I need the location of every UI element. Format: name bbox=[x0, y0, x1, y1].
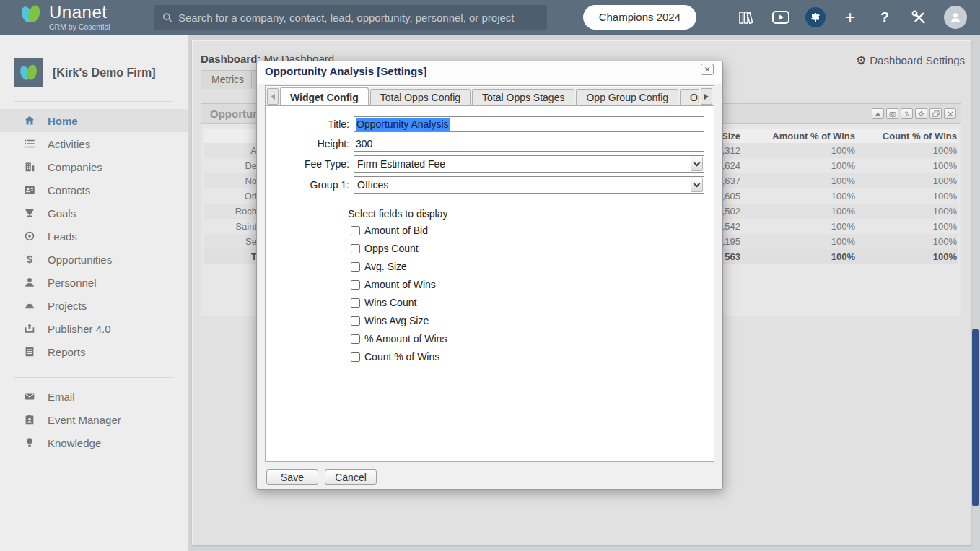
checkbox[interactable] bbox=[351, 298, 360, 308]
widget-config-form: Title: Opportunity Analysis Height: Fee … bbox=[266, 107, 713, 461]
height-input[interactable] bbox=[354, 136, 704, 152]
field-checkbox-row[interactable]: Count % of Wins bbox=[351, 351, 713, 363]
sidebar-item-opportunities[interactable]: $ Opportunities bbox=[0, 248, 188, 271]
checkbox[interactable] bbox=[351, 226, 360, 235]
widget-settings-icon[interactable] bbox=[915, 108, 927, 119]
sidebar-item-label: Goals bbox=[48, 207, 76, 220]
row-label: Roch bbox=[204, 206, 259, 217]
row-label: T bbox=[204, 251, 259, 262]
sidebar-item-label: Activities bbox=[48, 138, 90, 150]
person-icon bbox=[23, 276, 36, 289]
field-checkbox-row[interactable]: % Amount of Wins bbox=[351, 333, 713, 344]
sidebar-item-knowledge[interactable]: Knowledge bbox=[0, 431, 188, 454]
activity-list-icon bbox=[23, 137, 36, 150]
sidebar-item-projects[interactable]: Projects bbox=[0, 294, 188, 317]
vertical-scrollbar-thumb[interactable] bbox=[972, 329, 979, 506]
opportunity-analysis-settings-dialog: Opportunity Analysis [Settings] ✕ Widget… bbox=[256, 61, 723, 490]
publish-box-icon bbox=[23, 322, 36, 335]
avatar[interactable] bbox=[944, 6, 967, 29]
collapse-icon[interactable] bbox=[872, 108, 884, 119]
checkbox-label: Avg. Size bbox=[364, 261, 407, 272]
dialog-tab-0[interactable]: Widget Config bbox=[280, 87, 369, 105]
fields-section-label: Select fields to display bbox=[348, 208, 713, 220]
tab-scroll-left-icon[interactable] bbox=[267, 88, 279, 105]
checkbox[interactable] bbox=[351, 262, 360, 272]
unanet-leaf-icon bbox=[19, 4, 43, 25]
tools-icon[interactable] bbox=[909, 7, 929, 27]
dialog-buttons: Save Cancel bbox=[266, 469, 377, 485]
refresh-icon[interactable] bbox=[901, 108, 913, 119]
sidebar-item-companies[interactable]: Companies bbox=[0, 155, 188, 178]
field-checkbox-row[interactable]: Opps Count bbox=[351, 243, 713, 254]
report-icon bbox=[23, 345, 36, 358]
sidebar-item-email[interactable]: Email bbox=[0, 385, 188, 408]
field-checkbox-row[interactable]: Avg. Size bbox=[351, 261, 713, 272]
sidebar-item-label: Leads bbox=[48, 230, 77, 243]
field-checkbox-row[interactable]: Wins Avg Size bbox=[351, 315, 713, 326]
global-search[interactable] bbox=[154, 5, 547, 30]
sidebar-item-goals[interactable]: Goals bbox=[0, 201, 188, 225]
checkbox[interactable] bbox=[351, 280, 360, 290]
sidebar-item-reports[interactable]: Reports bbox=[0, 340, 188, 363]
row-label: Saint bbox=[204, 221, 259, 232]
form-divider bbox=[274, 201, 705, 201]
dialog-titlebar[interactable]: Opportunity Analysis [Settings] ✕ bbox=[257, 61, 722, 84]
sidebar-item-label: Event Manager bbox=[48, 414, 121, 426]
cell-count-pct: 100% bbox=[857, 236, 959, 247]
champions-2024-button[interactable]: Champions 2024 bbox=[583, 5, 696, 30]
dialog-title: Opportunity Analysis [Settings] bbox=[265, 65, 426, 77]
library-icon[interactable] bbox=[736, 7, 756, 27]
sidebar-item-event-manager[interactable]: Event Manager bbox=[0, 408, 188, 431]
sidebar-item-label: Contacts bbox=[48, 184, 90, 196]
dialog-tab-3[interactable]: Opp Group Config bbox=[576, 89, 678, 105]
row-label: De bbox=[204, 160, 259, 171]
brand-name: Unanet bbox=[49, 4, 110, 21]
sidebar-item-publisher[interactable]: Publisher 4.0 bbox=[0, 317, 188, 340]
field-checkbox-row[interactable]: Amount of Bid bbox=[351, 225, 713, 236]
add-icon[interactable]: + bbox=[840, 7, 860, 27]
dialog-tab-4[interactable]: Opp Grou bbox=[680, 89, 699, 105]
group1-select[interactable]: Offices bbox=[354, 176, 704, 194]
sidebar-item-personnel[interactable]: Personnel bbox=[0, 271, 188, 294]
checkbox-label: Count % of Wins bbox=[364, 351, 439, 363]
checkbox[interactable] bbox=[351, 244, 360, 253]
sidebar: [Kirk's Demo Firm] Home Activities Compa… bbox=[0, 35, 188, 551]
dialog-tab-1[interactable]: Total Opps Config bbox=[370, 89, 471, 105]
sidebar-item-label: Companies bbox=[48, 161, 102, 173]
guidepost-icon[interactable] bbox=[805, 7, 826, 27]
tab-metrics[interactable]: Metrics bbox=[201, 70, 255, 89]
dashboard-settings-button[interactable]: ⚙ Dashboard Settings bbox=[856, 53, 965, 67]
widget-close-icon[interactable] bbox=[944, 108, 956, 119]
dollar-icon: $ bbox=[23, 253, 36, 266]
checkbox-label: Opps Count bbox=[364, 243, 419, 254]
hard-hat-icon bbox=[23, 299, 36, 312]
title-input[interactable]: Opportunity Analysis bbox=[354, 116, 704, 132]
sidebar-item-activities[interactable]: Activities bbox=[0, 132, 188, 155]
cell-count-pct: 100% bbox=[857, 251, 959, 262]
checkbox[interactable] bbox=[351, 352, 360, 362]
sidebar-item-home[interactable]: Home bbox=[0, 109, 188, 132]
sidebar-item-contacts[interactable]: Contacts bbox=[0, 178, 188, 201]
dialog-tab-2[interactable]: Total Opps Stages bbox=[472, 89, 574, 105]
video-tutorials-icon[interactable] bbox=[771, 7, 791, 27]
fee-type-select[interactable]: Firm Estimated Fee bbox=[354, 155, 704, 173]
search-input[interactable] bbox=[178, 12, 538, 24]
unanet-logo: Unanet CRM by Cosential bbox=[19, 4, 110, 31]
cancel-button[interactable]: Cancel bbox=[325, 469, 377, 485]
person-icon bbox=[949, 11, 962, 24]
camera-icon[interactable] bbox=[886, 108, 898, 119]
sidebar-item-leads[interactable]: Leads bbox=[0, 225, 188, 248]
sidebar-item-label: Opportunities bbox=[48, 253, 112, 266]
field-checkbox-row[interactable]: Wins Count bbox=[351, 297, 713, 308]
help-icon[interactable]: ? bbox=[875, 7, 895, 27]
sidebar-item-label: Personnel bbox=[48, 277, 97, 289]
save-button[interactable]: Save bbox=[266, 469, 318, 485]
field-checkbox-row[interactable]: Amount of Wins bbox=[351, 279, 713, 290]
checkbox[interactable] bbox=[351, 316, 360, 326]
height-field-label: Height: bbox=[274, 138, 349, 149]
tab-scroll-right-icon[interactable] bbox=[701, 88, 712, 105]
dialog-close-icon[interactable]: ✕ bbox=[701, 64, 714, 75]
envelope-icon bbox=[23, 390, 36, 403]
checkbox[interactable] bbox=[351, 334, 360, 344]
popout-icon[interactable] bbox=[929, 108, 942, 119]
